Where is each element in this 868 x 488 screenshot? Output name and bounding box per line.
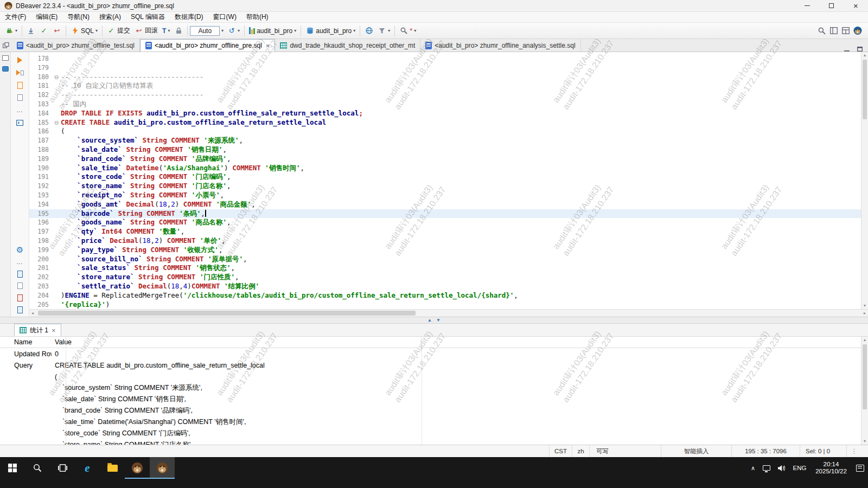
code-text[interactable]: -- -------------------------------- [61,91,868,100]
dbeaver-logo-icon[interactable] [853,27,862,35]
code-text[interactable]: `barcode` String COMMENT '条码', [61,209,868,219]
editor-tab[interactable]: <audit_bi_pro> zhumr_offline_analysis_se… [420,39,580,52]
code-text[interactable]: -- 国内 [61,100,868,109]
column-header-name[interactable]: Name [0,338,52,346]
execute-statement-button[interactable] [16,56,24,64]
editor-tab[interactable]: <audit_bi_pro> zhumr_offline_pre.sql× [140,39,276,52]
code-line[interactable]: 192 `store_name` String COMMENT '门店名称', [29,182,868,191]
code-text[interactable] [61,54,868,63]
taskbar-clock[interactable]: 20:14 2025/10/22 [810,457,852,479]
network-tray-button[interactable] [759,457,774,479]
code-line[interactable]: 193 `receipt_no` String COMMENT '小票号', [29,191,868,200]
menu-item[interactable]: 帮助(H) [241,12,273,22]
maximize-button[interactable] [819,0,844,12]
code-text[interactable]: `store_name` String COMMENT '门店名称', [61,182,868,191]
commit-button[interactable]: ✓ 提交 [105,25,132,36]
menu-item[interactable]: SQL 编辑器 [126,12,170,22]
result-row[interactable]: `source_system` String COMMENT '来源系统', [0,382,868,394]
code-text[interactable]: '{replica}') [61,300,868,309]
code-text[interactable]: `brand_code` String COMMENT '品牌编码', [61,155,868,164]
result-name-cell[interactable]: Query [0,362,52,369]
dbeaver-active-taskbar-button[interactable] [150,457,175,479]
transaction-log-dropdown[interactable]: ↺ ▾ [225,25,242,36]
taskbar-search-button[interactable] [25,457,50,479]
code-line[interactable]: 183-- 国内 [29,100,868,109]
toggle-panel-icon[interactable] [829,27,838,35]
close-icon[interactable]: × [266,42,270,50]
results-scroll-thumb[interactable] [863,344,867,409]
new-sql-file-icon[interactable] [16,270,24,278]
result-value-cell[interactable]: CREATE TABLE audit_bi_pro.custom_offline… [52,362,265,369]
code-line[interactable]: 178 [29,54,868,63]
chevron-down-icon[interactable]: ▾ [221,28,224,33]
code-line[interactable]: 182-- -------------------------------- [29,91,868,100]
code-text[interactable] [61,63,868,73]
file-explorer-button[interactable] [100,457,125,479]
menu-item[interactable]: 窗口(W) [208,12,241,22]
code-line[interactable]: 185⊖CREATE TABLE audit_bi_pro.custom_off… [29,118,868,127]
terminal-icon[interactable] [16,119,24,126]
code-line[interactable]: 191 `store_code` String COMMENT '门店编码', [29,172,868,182]
result-row[interactable]: Updated Rows0 [0,348,868,359]
schema-selector[interactable]: audit_bi_pro ▾ [303,25,358,36]
collapse-panel-icon[interactable]: ▼ [436,318,441,323]
result-value-cell[interactable]: `sale_time` Datetime('Asia/Shanghai') CO… [52,418,246,427]
maximize-view-icon[interactable] [857,47,863,52]
code-line[interactable]: 200 `source_bill_no` String COMMENT '原单据… [29,255,868,264]
explain-plan-button[interactable] [16,81,24,89]
code-text[interactable]: -- 10 自定义门店销售结算表 [61,81,868,91]
code-text[interactable]: `source_system` String COMMENT '来源系统', [61,136,868,145]
database-navigator-icon[interactable] [2,66,9,72]
search-icon[interactable] [818,27,826,35]
code-text[interactable]: `goods_name` String COMMENT '商品名称', [61,218,868,227]
result-value-cell[interactable]: `store_code` String COMMENT '门店编码', [52,429,190,438]
code-text[interactable]: `settle_ratio` Decimal(18,4)COMMENT '结算比… [61,282,868,291]
scroll-left-icon[interactable]: ◂ [29,310,36,317]
commit-mode-select[interactable]: Auto [190,26,220,36]
task-view-button[interactable] [50,457,75,479]
sql-editor[interactable]: 178179180⊖-- ---------------------------… [29,52,868,317]
result-value-cell[interactable]: ( [52,373,57,381]
info-file-icon[interactable] [16,306,24,313]
code-line[interactable]: 186( [29,127,868,136]
code-text[interactable]: `price` Decimal(18,2) COMMENT '单价', [61,236,868,246]
column-header-value[interactable]: Value [52,338,72,346]
restore-panel-icon[interactable] [0,39,12,52]
result-name-cell[interactable]: Updated Rows [0,350,52,358]
menu-item[interactable]: 编辑(E) [31,12,62,22]
lock-button[interactable] [172,25,185,36]
search-metadata-dropdown[interactable]: * ▾ [397,25,418,36]
rollback-quick-button[interactable]: ↩ [50,25,63,36]
globe-button[interactable] [362,25,375,36]
results-scrollbar[interactable]: ▴ ▾ [861,337,868,445]
code-line[interactable]: 202 `store_nature` String COMMENT '门店性质'… [29,273,868,282]
code-line[interactable]: 187 `source_system` String COMMENT '来源系统… [29,136,868,145]
script-list-icon[interactable] [16,282,24,290]
scroll-up-icon[interactable]: ▴ [864,53,866,57]
sql-statement-type-dropdown[interactable]: SQL ▾ [68,25,100,36]
clipboard-icon[interactable] [16,94,24,101]
result-row[interactable]: `store_code` String COMMENT '门店编码', [0,428,868,439]
menu-item[interactable]: 文件(F) [0,12,31,22]
code-text[interactable]: `sale_time` Datetime('Asia/Shanghai') CO… [61,164,868,173]
scroll-down-icon[interactable]: ▾ [861,303,868,309]
minimize-view-icon[interactable] [844,47,850,52]
code-line[interactable]: 179 [29,63,868,73]
horizontal-scrollbar[interactable]: ◂ ▸ [29,309,868,317]
close-icon[interactable]: × [52,326,56,335]
dbeaver-taskbar-button[interactable] [125,457,150,479]
column-divider[interactable] [422,337,422,445]
ie-browser-button[interactable]: e [75,457,100,479]
close-button[interactable]: × [844,0,868,12]
stats-tab[interactable]: 统计 1 × [14,324,61,336]
panel-splitter[interactable]: ▲ ▼ [0,317,868,324]
code-line[interactable]: 205'{replica}') [29,300,868,309]
code-line[interactable]: 199 `pay_type` String COMMENT '收银方式', [29,246,868,255]
commit-quick-button[interactable]: ✓ [37,25,50,36]
code-line[interactable]: 196 `goods_name` String COMMENT '商品名称', [29,218,868,227]
start-button[interactable] [0,457,25,479]
more-actions-icon[interactable]: … [16,106,24,114]
fold-minus-icon[interactable]: ⊖ [52,73,61,82]
execute-script-button[interactable] [16,69,24,76]
code-area[interactable]: 178179180⊖-- ---------------------------… [29,52,868,309]
